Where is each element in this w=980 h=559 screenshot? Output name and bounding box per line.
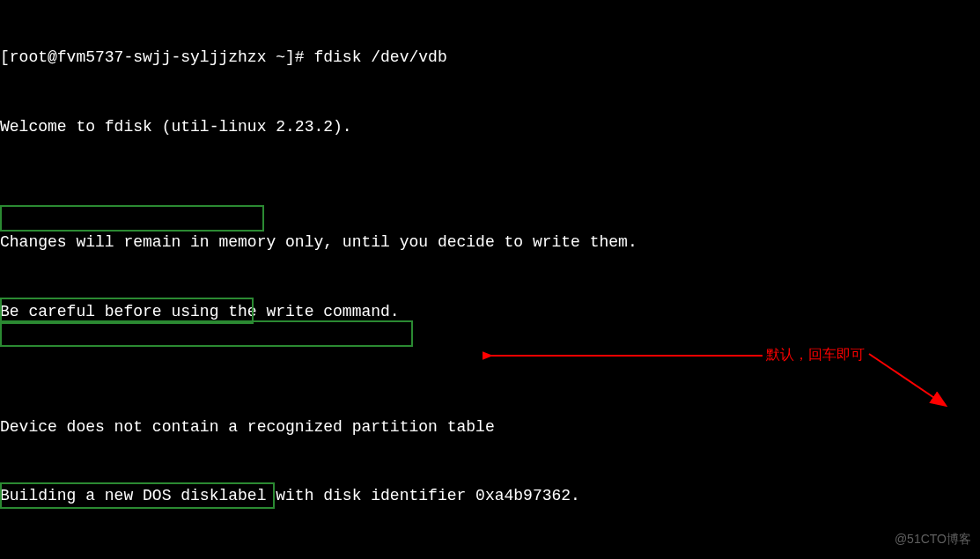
annotation-default-enter: 默认，回车即可 xyxy=(766,343,865,366)
terminal-line: Be careful before using the write comman… xyxy=(0,300,980,323)
terminal-line: Device does not contain a recognized par… xyxy=(0,416,980,438)
highlight-partition-number xyxy=(0,320,413,347)
svg-line-3 xyxy=(869,354,945,405)
terminal-line: [root@fvm5737-swjj-syljjzhzx ~]# fdisk /… xyxy=(0,46,980,69)
terminal-line: Changes will remain in memory only, unti… xyxy=(0,231,980,254)
highlight-command-n xyxy=(0,205,264,232)
annotation-arrow-1 xyxy=(483,348,764,364)
watermark: @51CTO博客 xyxy=(895,527,971,550)
terminal-line: Welcome to fdisk (util-linux 2.23.2). xyxy=(0,115,980,138)
annotation-arrow-2 xyxy=(867,352,951,414)
terminal-line: Building a new DOS disklabel with disk i… xyxy=(0,484,980,507)
terminal-window[interactable]: [root@fvm5737-swjj-syljjzhzx ~]# fdisk /… xyxy=(0,0,980,559)
